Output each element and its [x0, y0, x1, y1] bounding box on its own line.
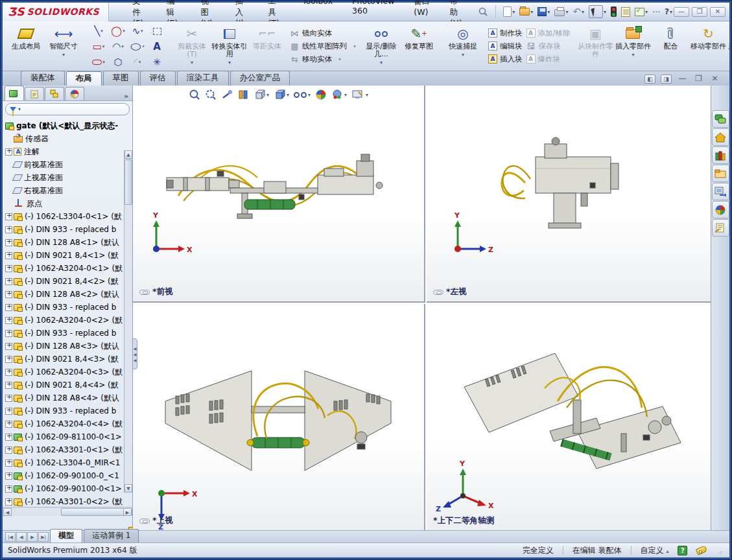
point-icon[interactable]: ✳ [147, 56, 167, 68]
tree-item[interactable]: (-) 1062-L3304-0_MIR<1 [5, 456, 132, 469]
tree-item[interactable]: (-) 1062-L3304-0<1> (默 [5, 210, 132, 223]
panel-splitter-handle[interactable]: ◀◀◀ [132, 338, 137, 369]
apply-scene-icon[interactable]: ▾ [331, 89, 347, 100]
tree-item[interactable]: 传感器 [5, 132, 132, 145]
expand-toggle[interactable] [5, 213, 12, 220]
close-button[interactable]: ✕ [710, 7, 726, 17]
edit-block-button[interactable]: A编辑块 [488, 40, 523, 52]
expand-toggle[interactable] [5, 239, 12, 246]
viewport-left[interactable]: Y Z *左视 [427, 86, 711, 303]
forum-icon[interactable] [712, 110, 729, 128]
expand-toggle[interactable] [5, 330, 12, 337]
new-document-button[interactable]: ▾ [502, 5, 516, 19]
edit-appearance-icon[interactable] [315, 89, 327, 100]
view-palette-icon[interactable] [712, 183, 729, 200]
bottom-tab[interactable]: 运动算例 1 [84, 529, 139, 542]
last-tab-button[interactable]: ▶| [38, 532, 49, 542]
move-component-button[interactable]: ↻ 移动零部件 [689, 23, 727, 69]
tree-item[interactable]: (-) DIN 9021 8,4<2> (默 [5, 275, 132, 288]
bottom-tab[interactable]: 模型 [50, 529, 82, 542]
appearances-scenes-icon[interactable] [712, 201, 729, 218]
propertymanager-tab[interactable] [25, 87, 44, 100]
hide-show-items-icon[interactable]: ▾ [294, 92, 311, 98]
doc-restore-button[interactable]: ❐ [693, 75, 704, 84]
expand-toggle[interactable] [5, 460, 12, 467]
polygon-icon[interactable]: ⬡ [108, 56, 128, 68]
tag-icon[interactable] [696, 545, 708, 555]
tree-item[interactable]: (-) DIN 128 A8<3> (默认 [5, 340, 132, 353]
tree-item[interactable]: (-) 1062-A3204-0<2> (默 [5, 314, 132, 327]
arc-icon[interactable]: ◠▾ [108, 41, 128, 52]
display-delete-relations-button[interactable]: 显示/删除几...▾ [362, 23, 400, 69]
mate-button[interactable]: 配合 [652, 23, 689, 69]
tile-right-button[interactable]: ◨ [661, 75, 672, 84]
trim-entities-button[interactable]: ✂ 剪裁实体(T)▾ [173, 23, 211, 69]
expand-toggle[interactable] [5, 187, 12, 194]
expand-toggle[interactable] [5, 148, 12, 156]
expand-toggle[interactable] [5, 200, 12, 207]
tree-item[interactable]: (-) DIN 933 - replaced b [5, 223, 132, 236]
expand-toggle[interactable] [5, 498, 12, 506]
expand-toggle[interactable] [5, 226, 12, 233]
ellipse-icon[interactable]: ◯▾ [128, 43, 147, 51]
minimize-button[interactable]: — [674, 7, 689, 17]
quick-tips-icon[interactable]: ? [678, 546, 687, 555]
ribbon-tab[interactable]: 评估 [140, 71, 176, 86]
expand-toggle[interactable] [5, 395, 12, 402]
viewport-top[interactable]: X Z *上视 [133, 304, 425, 530]
file-properties-button[interactable] [620, 5, 632, 19]
expand-toggle[interactable] [5, 304, 12, 311]
first-tab-button[interactable]: |◀ [5, 532, 16, 542]
ribbon-tab[interactable]: 渲染工具 [177, 71, 229, 86]
select-arrow-button[interactable]: ▾ [587, 5, 608, 19]
tree-item[interactable]: (-) 1062-A3204-0<1> (默 [5, 262, 132, 275]
viewport-front[interactable]: ▾ ▾ ▾ ▾ ▾ [133, 86, 425, 303]
expand-toggle[interactable] [5, 135, 12, 143]
fillet-icon[interactable]: ◜▾ [128, 56, 147, 68]
tree-root[interactable]: gate (默认<默认_显示状态- [5, 119, 132, 132]
tree-item[interactable]: (-) DIN 933 - replaced b [5, 327, 132, 340]
scroll-down-arrow[interactable]: ▼ [124, 484, 132, 493]
line-icon[interactable]: ╲▾ [89, 25, 108, 37]
insert-component-button[interactable]: 插入零部件▾ [614, 23, 652, 69]
doc-close-button[interactable]: ✕ [709, 75, 720, 84]
expand-toggle[interactable] [5, 421, 12, 428]
open-button[interactable]: ▾ [518, 5, 534, 19]
expand-toggle[interactable] [5, 291, 12, 298]
spline-icon[interactable]: ∿▾ [128, 25, 147, 37]
undo-button[interactable]: ↶▾ [571, 5, 585, 19]
save-block-button[interactable]: 🖫保存块 [526, 40, 571, 52]
help-button[interactable]: ?▾ [663, 5, 674, 19]
zoom-to-selection-icon[interactable] [221, 89, 233, 100]
scroll-thumb[interactable] [124, 159, 132, 205]
display-style-icon[interactable]: ▾ [274, 89, 289, 100]
dimxpert-tab[interactable] [65, 87, 84, 100]
tree-item[interactable]: (-) 1062-A3204-0<3> (默 [5, 366, 132, 379]
add-remove-block-button[interactable]: A添加/移除 [526, 27, 571, 39]
print-button[interactable]: ▾ [553, 5, 569, 19]
repair-sketch-button[interactable]: ✎+ 修复草图 [400, 23, 438, 69]
ribbon-tab[interactable]: 草图 [103, 71, 139, 86]
options-button[interactable]: ▾ [633, 5, 649, 19]
ribbon-tab[interactable]: 装配体 [21, 71, 65, 86]
tree-item[interactable]: (-) 1062-09-81100-0<1> [5, 430, 132, 443]
expand-toggle[interactable] [5, 278, 12, 285]
tree-item[interactable]: (-) 1062-A3301-0<1> (默 [5, 443, 132, 456]
mirror-entities-button[interactable]: ⋈镜向实体 [290, 27, 356, 39]
expand-toggle[interactable] [5, 252, 12, 259]
tree-item[interactable]: (-) 1062-09-90100-0_<1 [5, 469, 132, 482]
make-part-from-block-button[interactable]: ▣ 从块制作零件 [576, 23, 614, 69]
ribbon-tab[interactable]: 办公室产品 [230, 71, 290, 86]
restore-button[interactable]: ❐ [692, 7, 707, 17]
tree-item[interactable]: (-) DIN 128 A8<1> (默认 [5, 236, 132, 249]
insert-block-button[interactable]: A插入块 [488, 53, 523, 65]
featuremanager-tab[interactable] [5, 86, 24, 100]
tree-item[interactable]: (-) DIN 933 - replaced b [5, 404, 132, 417]
create-layout-button[interactable]: 生成布局 [7, 23, 45, 69]
convert-entities-button[interactable]: 转换实体引用▾ [211, 23, 248, 69]
zoom-to-fit-icon[interactable] [189, 89, 200, 100]
filter-dropdown-arrow[interactable]: ▾ [18, 106, 21, 112]
tree-item[interactable]: (-) 1062-A3204-0<4> (默 [5, 417, 132, 430]
hscroll-thumb[interactable] [61, 508, 132, 516]
tree-item[interactable]: 前视基准面 [5, 158, 132, 171]
